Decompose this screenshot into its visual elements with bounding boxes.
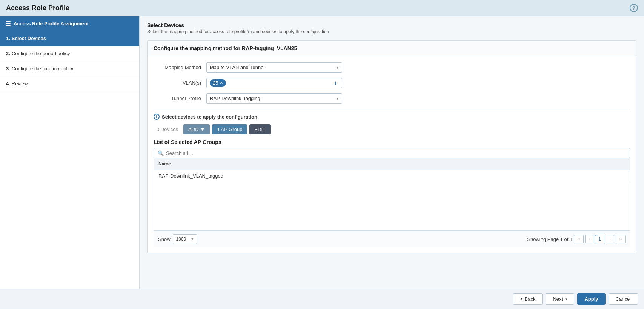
- page-title-bar: Access Role Profile ?: [0, 0, 644, 16]
- step-num-3: 3.: [6, 66, 10, 71]
- step-num-2: 2.: [6, 51, 10, 56]
- list-title: List of Selected AP Groups: [154, 139, 630, 145]
- main-layout: ☰ Access Role Profile Assignment 1.Selec…: [0, 16, 644, 289]
- search-bar[interactable]: 🔍: [154, 148, 630, 158]
- tunnel-profile-control: RAP-Downlink-Tagging: [206, 93, 630, 104]
- add-btn-label: ADD: [188, 127, 198, 132]
- show-select-wrapper: 1000 500 250 100: [173, 234, 197, 244]
- sidebar-steps: 1.Select Devices 2.Configure the period …: [0, 31, 139, 91]
- help-icon[interactable]: ?: [630, 4, 638, 12]
- prev-page-button[interactable]: ‹: [585, 235, 593, 243]
- devices-section-label: Select devices to apply the configuratio…: [162, 114, 257, 120]
- step-label-3: Configure the location policy: [12, 66, 73, 71]
- next-button[interactable]: Next >: [546, 293, 574, 305]
- ap-groups-table: Name RAP-Downlink_VLAN_tagged: [154, 158, 630, 231]
- mapping-card-body: Mapping Method Map to VLAN and Tunnel Ma…: [148, 56, 636, 253]
- add-dropdown-icon: ▼: [200, 127, 205, 132]
- mapping-card: Configure the mapping method for RAP-tag…: [147, 40, 636, 253]
- mapping-method-label: Mapping Method: [154, 65, 206, 70]
- table-footer: Show 1000 500 250 100 Sh: [154, 231, 630, 247]
- pagination-text: Showing Page 1 of 1: [527, 236, 572, 242]
- sidebar-header-label: Access Role Profile Assignment: [14, 21, 89, 26]
- tunnel-profile-select[interactable]: RAP-Downlink-Tagging: [206, 93, 342, 104]
- step-num-1: 1.: [6, 36, 10, 41]
- sidebar: ☰ Access Role Profile Assignment 1.Selec…: [0, 16, 140, 289]
- list-section: List of Selected AP Groups 🔍 Name RAP-Do…: [154, 139, 630, 247]
- tunnel-profile-row: Tunnel Profile RAP-Downlink-Tagging: [154, 93, 630, 104]
- step-label-1: Select Devices: [12, 36, 46, 41]
- next-page-button[interactable]: ›: [606, 235, 614, 243]
- vlan-tag-remove[interactable]: ✕: [220, 80, 223, 85]
- show-wrap: Show 1000 500 250 100: [158, 234, 197, 244]
- ap-group-tab-label: 1 AP Group: [217, 127, 242, 132]
- step-label-4: Review: [12, 81, 28, 87]
- hamburger-icon: ☰: [5, 20, 11, 27]
- table-row: RAP-Downlink_VLAN_tagged: [154, 170, 630, 182]
- add-button[interactable]: ADD ▼: [183, 124, 210, 134]
- mapping-method-control: Map to VLAN and Tunnel Map to VLAN Map t…: [206, 62, 630, 73]
- cancel-button[interactable]: Cancel: [609, 293, 638, 305]
- ap-group-name: RAP-Downlink_VLAN_tagged: [158, 173, 223, 179]
- sidebar-step-4[interactable]: 4.Review: [0, 76, 139, 91]
- show-label: Show: [158, 236, 171, 242]
- step-label-2: Configure the period policy: [12, 51, 70, 56]
- main-content: Select Devices Select the mapping method…: [140, 16, 644, 289]
- section-subtitle: Select the mapping method for access rol…: [147, 29, 636, 34]
- devices-tab-label: 0 Devices: [154, 125, 181, 134]
- info-icon: i: [154, 114, 160, 120]
- back-button[interactable]: < Back: [513, 293, 543, 305]
- step-num-4: 4.: [6, 81, 10, 87]
- footer-bar: < Back Next > Apply Cancel: [0, 289, 644, 309]
- divider: [154, 109, 630, 109]
- vlan-control: 25 ✕ +: [206, 78, 630, 88]
- mapping-method-select-wrapper: Map to VLAN and Tunnel Map to VLAN Map t…: [206, 62, 342, 73]
- devices-section-info: i Select devices to apply the configurat…: [154, 114, 630, 120]
- apply-button[interactable]: Apply: [577, 293, 605, 305]
- first-page-button[interactable]: ‹‹: [574, 235, 584, 243]
- edit-button[interactable]: EDIT: [249, 124, 271, 134]
- mapping-method-row: Mapping Method Map to VLAN and Tunnel Ma…: [154, 62, 630, 73]
- devices-tabs: 0 Devices ADD ▼ 1 AP Group EDIT: [154, 124, 630, 134]
- show-select[interactable]: 1000 500 250 100: [173, 234, 197, 244]
- table-body: RAP-Downlink_VLAN_tagged: [154, 170, 630, 230]
- tunnel-profile-label: Tunnel Profile: [154, 96, 206, 101]
- vlan-input-wrap[interactable]: 25 ✕ +: [206, 78, 342, 88]
- sidebar-step-3[interactable]: 3.Configure the location policy: [0, 61, 139, 76]
- sidebar-step-2[interactable]: 2.Configure the period policy: [0, 46, 139, 61]
- pagination-wrap: Showing Page 1 of 1 ‹‹ ‹ 1 › ››: [527, 235, 626, 243]
- current-page: 1: [595, 235, 604, 243]
- vlan-tag: 25 ✕: [210, 79, 226, 87]
- mapping-method-select[interactable]: Map to VLAN and Tunnel Map to VLAN Map t…: [206, 62, 342, 73]
- mapping-card-title: Configure the mapping method for RAP-tag…: [148, 41, 636, 56]
- ap-group-tab[interactable]: 1 AP Group: [212, 124, 247, 134]
- search-icon: 🔍: [158, 150, 164, 156]
- sidebar-header: ☰ Access Role Profile Assignment: [0, 16, 139, 31]
- last-page-button[interactable]: ››: [616, 235, 626, 243]
- tunnel-profile-select-wrapper: RAP-Downlink-Tagging: [206, 93, 342, 104]
- vlan-label: VLAN(s): [154, 80, 206, 86]
- vlan-add-button[interactable]: +: [332, 80, 339, 87]
- sidebar-step-1[interactable]: 1.Select Devices: [0, 31, 139, 46]
- section-title: Select Devices: [147, 22, 636, 28]
- vlan-tag-value: 25: [213, 80, 218, 86]
- search-input[interactable]: [166, 150, 626, 156]
- page-title: Access Role Profile: [6, 4, 69, 12]
- vlan-row: VLAN(s) 25 ✕ +: [154, 78, 630, 88]
- edit-btn-label: EDIT: [254, 127, 266, 132]
- table-header-name: Name: [154, 158, 630, 170]
